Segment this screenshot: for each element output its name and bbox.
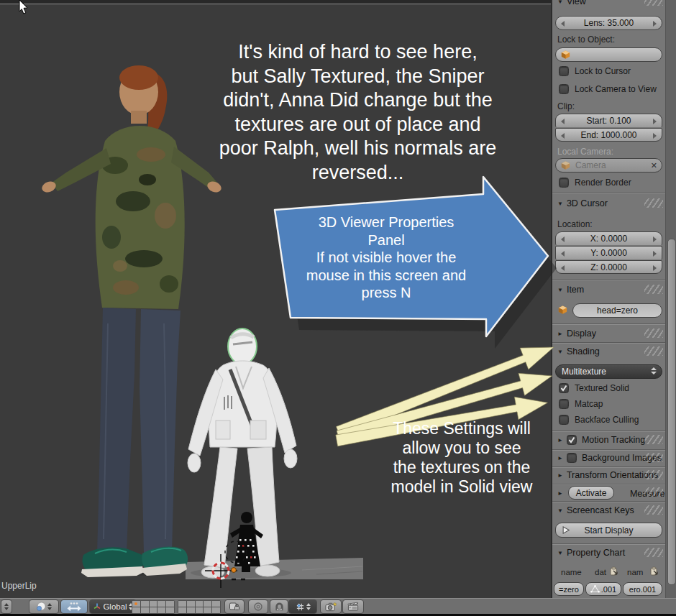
textured-solid-checkbox[interactable]: Textured Solid (559, 382, 629, 394)
triangle-down-icon: ▼ (557, 349, 563, 355)
axis-tripod-icon (93, 602, 101, 611)
section-header-view[interactable]: ▼ View (552, 0, 665, 8)
panel-drag-stripes[interactable] (644, 487, 663, 497)
section-separator (552, 193, 665, 194)
opengl-render-anim-button[interactable] (342, 599, 364, 614)
chart-name-field[interactable]: =zero (554, 582, 584, 596)
panel-drag-stripes[interactable] (644, 346, 663, 356)
translate-manipulator-icon (65, 602, 83, 612)
slider-right-arrow-icon[interactable] (653, 21, 657, 27)
section-header-motion-tracking[interactable]: ► Motion Tracking (552, 433, 665, 446)
panel-drag-stripes[interactable] (644, 548, 663, 557)
mode-spinner[interactable] (1, 599, 12, 614)
lock-camera-to-view-checkbox[interactable]: Lock Camera to View (559, 83, 657, 95)
section-header-property-chart[interactable]: ▼ Property Chart (552, 546, 665, 559)
section-header-item[interactable]: ▼ Item (552, 283, 665, 296)
proportional-edit-button[interactable] (248, 599, 268, 614)
slider-right-arrow-icon[interactable] (653, 251, 657, 257)
triangle-right-icon: ► (557, 490, 563, 497)
section-title: Property Chart (567, 548, 625, 558)
slider-left-arrow-icon[interactable] (561, 265, 565, 271)
button-label: Start Display (584, 525, 633, 535)
panel-drag-stripes[interactable] (644, 505, 663, 515)
section-header-transform-orientations[interactable]: ► Transform Orientations (552, 469, 665, 482)
triangle-right-icon: ► (557, 331, 563, 337)
object-origin-dot[interactable] (232, 568, 237, 573)
slider-left-arrow-icon[interactable] (561, 133, 565, 139)
triangle-down-icon: ▼ (557, 507, 563, 514)
clip-end-slider[interactable]: End: 1000.000 (555, 128, 662, 142)
viewport-shading-dropdown[interactable] (29, 599, 59, 614)
checkbox-label: Backface Culling (575, 415, 639, 425)
section-header-3d-cursor[interactable]: ▼ 3D Cursor (552, 197, 665, 210)
copy-data-icon[interactable] (649, 566, 659, 576)
copy-data-icon[interactable] (609, 566, 619, 576)
chart-data-field[interactable]: .001 (585, 582, 621, 596)
scene-lock-button[interactable] (224, 599, 245, 614)
backface-culling-checkbox[interactable]: Backface Culling (559, 414, 639, 426)
transform-orientation-dropdown[interactable]: Global (89, 599, 137, 614)
panel-drag-stripes[interactable] (644, 0, 663, 6)
section-header-display[interactable]: ► Display (552, 327, 665, 340)
clear-x-icon[interactable]: ✕ (651, 161, 657, 170)
snap-element-dropdown[interactable] (288, 599, 317, 614)
section-header-background-images[interactable]: ► Background Images (552, 451, 665, 464)
slider-right-arrow-icon[interactable] (653, 133, 657, 139)
triangle-right-icon: ► (557, 455, 563, 461)
slider-right-arrow-icon[interactable] (653, 236, 657, 242)
slider-left-arrow-icon[interactable] (561, 251, 565, 257)
panel-drag-stripes[interactable] (644, 470, 663, 479)
spinner-arrows-icon (4, 603, 9, 610)
chart-nam-field[interactable]: ero.001 (623, 582, 662, 596)
activate-button[interactable]: Activate (568, 486, 614, 500)
panel-drag-stripes[interactable] (644, 435, 663, 444)
section-title: Item (567, 285, 584, 295)
cursor-y-slider[interactable]: Y: 0.0000 (555, 246, 662, 259)
slider-right-arrow-icon[interactable] (653, 119, 657, 124)
scrollbar-thumb[interactable] (667, 239, 676, 585)
local-camera-field[interactable]: Camera ✕ (555, 158, 662, 173)
section-header-screencast-keys[interactable]: ▼ Screencast Keys (552, 504, 665, 517)
panel-scrollbar[interactable] (665, 0, 676, 598)
panel-drag-stripes[interactable] (644, 328, 663, 338)
3d-viewport[interactable] (0, 0, 551, 598)
slider-left-arrow-icon[interactable] (561, 236, 565, 242)
triangle-down-icon: ▼ (557, 550, 563, 556)
slider-value: Start: 0.100 (586, 116, 631, 126)
checkbox-icon[interactable] (567, 453, 577, 463)
section-header-shading[interactable]: ▼ Shading (552, 345, 665, 358)
sally-model[interactable] (40, 65, 223, 577)
start-display-button[interactable]: Start Display (555, 523, 662, 538)
slider-right-arrow-icon[interactable] (653, 265, 657, 271)
magnet-icon (275, 602, 284, 612)
section-title: Screencast Keys (567, 505, 634, 515)
cursor-z-slider[interactable]: Z: 0.0000 (555, 260, 662, 274)
clip-start-slider[interactable]: Start: 0.100 (555, 114, 662, 127)
item-name-field[interactable]: head=zero (572, 303, 662, 318)
slider-left-arrow-icon[interactable] (561, 119, 565, 124)
snap-toggle-button[interactable] (270, 599, 288, 614)
3d-scene (0, 0, 551, 598)
layers-grid-right[interactable] (178, 600, 221, 614)
shading-mode-dropdown[interactable]: Multitexture (555, 364, 662, 379)
object-cube-icon (560, 160, 571, 171)
slider-left-arrow-icon[interactable] (561, 21, 565, 27)
location-label: Location: (557, 219, 593, 229)
section-header-measure[interactable]: ► Activate Measure (552, 486, 665, 501)
panel-drag-stripes[interactable] (644, 285, 663, 294)
opengl-render-button[interactable] (320, 599, 342, 614)
manipulator-widget[interactable] (60, 599, 88, 614)
dropdown-value: Multitexture (562, 367, 606, 377)
panel-drag-stripes[interactable] (644, 198, 663, 208)
lock-to-object-field[interactable] (555, 47, 662, 62)
checkbox-checked-icon[interactable] (567, 435, 577, 445)
slider-value: X: 0.0000 (590, 234, 627, 244)
triangle-down-icon: ▼ (557, 287, 563, 293)
render-border-checkbox[interactable]: Render Border (559, 177, 631, 188)
layers-grid-left[interactable] (132, 600, 175, 614)
cursor-x-slider[interactable]: X: 0.0000 (555, 231, 662, 245)
matcap-checkbox[interactable]: Matcap (559, 398, 603, 410)
lens-slider[interactable]: Lens: 35.000 (555, 16, 662, 30)
lock-to-cursor-checkbox[interactable]: Lock to Cursor (559, 65, 631, 77)
panel-drag-stripes[interactable] (644, 453, 663, 462)
